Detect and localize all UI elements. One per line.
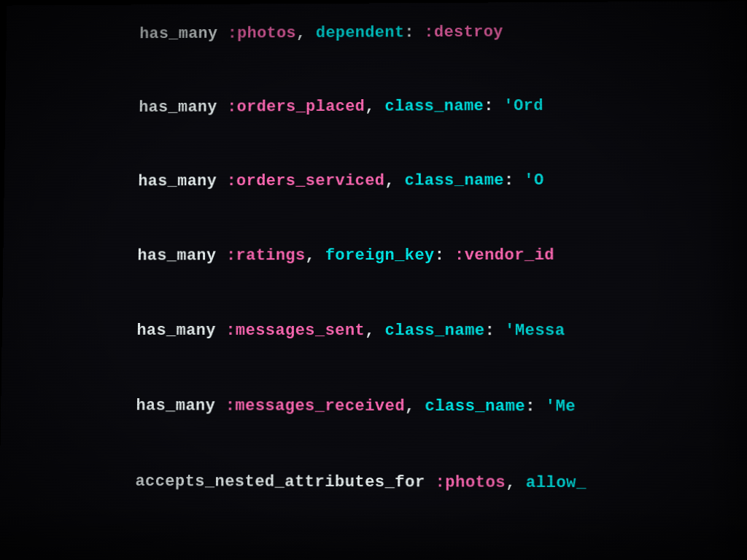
- string-val: 'Me: [546, 397, 576, 416]
- key: class_name: [425, 397, 525, 416]
- keyword: has_many: [117, 322, 225, 340]
- punct: ,: [506, 473, 526, 492]
- punct: ,: [306, 246, 325, 265]
- code-content: has_many :photos, dependent: :destroy ha…: [0, 1, 747, 560]
- keyword: has_many: [118, 172, 226, 190]
- line-content: [35, 521, 747, 548]
- symbol-fk: :vendor_id: [454, 246, 554, 265]
- key: foreign_key: [325, 246, 435, 265]
- line-content: has_many :photos, dependent: :destroy: [42, 1, 746, 70]
- code-line-7: accepts_nested_attributes_for :photos, a…: [0, 443, 747, 522]
- keyword-hasmany: has_many: [120, 25, 228, 43]
- keyword: accepts_nested_attributes_for: [115, 472, 435, 492]
- line-content: has_many :messages_received, class_name:…: [36, 370, 747, 444]
- symbol: :photos: [435, 473, 506, 492]
- line-content: accepts_nested_attributes_for :photos, a…: [36, 445, 747, 521]
- punct2: :: [525, 397, 546, 416]
- key: class_name: [384, 97, 484, 115]
- punct2: :: [504, 171, 524, 190]
- punct2: :: [404, 23, 424, 42]
- code-line-2: has_many :orders_placed, class_name: 'Or…: [5, 68, 747, 145]
- code-line-4: has_many :ratings, foreign_key: :vendor_…: [3, 217, 747, 293]
- string-val: 'Messa: [505, 322, 565, 340]
- symbol-photos: :photos: [228, 24, 296, 42]
- code-line-1: has_many :photos, dependent: :destroy: [6, 1, 746, 71]
- symbol: :orders_placed: [227, 98, 365, 116]
- keyword: has_many: [117, 246, 226, 265]
- punct: ,: [405, 397, 425, 416]
- key: class_name: [405, 171, 504, 190]
- symbol: :ratings: [226, 246, 306, 265]
- keyword: has_many: [119, 98, 227, 117]
- key-dependent: dependent: [316, 24, 405, 42]
- punct: ,: [384, 172, 404, 190]
- punct2: :: [484, 97, 503, 115]
- keyword: has_many: [116, 397, 225, 415]
- line-content: has_many :ratings, foreign_key: :vendor_…: [39, 219, 747, 292]
- code-editor: has_many :photos, dependent: :destroy ha…: [0, 1, 747, 560]
- symbol-destroy: :destroy: [424, 23, 503, 42]
- key-allow: allow_: [526, 474, 587, 493]
- code-line-8: [0, 519, 747, 557]
- symbol: :orders_serviced: [227, 172, 385, 190]
- punct2: :: [485, 322, 506, 340]
- line-content: # avatar attachment: [34, 555, 747, 560]
- line-content: has_many :messages_sent, class_name: 'Me…: [38, 295, 747, 368]
- symbol: :messages_received: [225, 397, 405, 416]
- punct: ,: [365, 322, 384, 340]
- string-val: 'Ord: [503, 97, 543, 115]
- punct: ,: [365, 98, 384, 116]
- string-val: 'O: [524, 171, 544, 190]
- code-line-5: has_many :messages_sent, class_name: 'Me…: [1, 293, 747, 369]
- symbol: :messages_sent: [225, 322, 365, 340]
- code-line-3: has_many :orders_serviced, class_name: '…: [4, 142, 747, 219]
- code-line-6: has_many :messages_received, class_name:…: [1, 368, 747, 446]
- punct2: :: [435, 246, 454, 265]
- punct: ,: [296, 24, 316, 42]
- key: class_name: [385, 322, 485, 340]
- line-content: has_many :orders_placed, class_name: 'Or…: [41, 69, 747, 144]
- line-content: has_many :orders_serviced, class_name: '…: [39, 144, 747, 217]
